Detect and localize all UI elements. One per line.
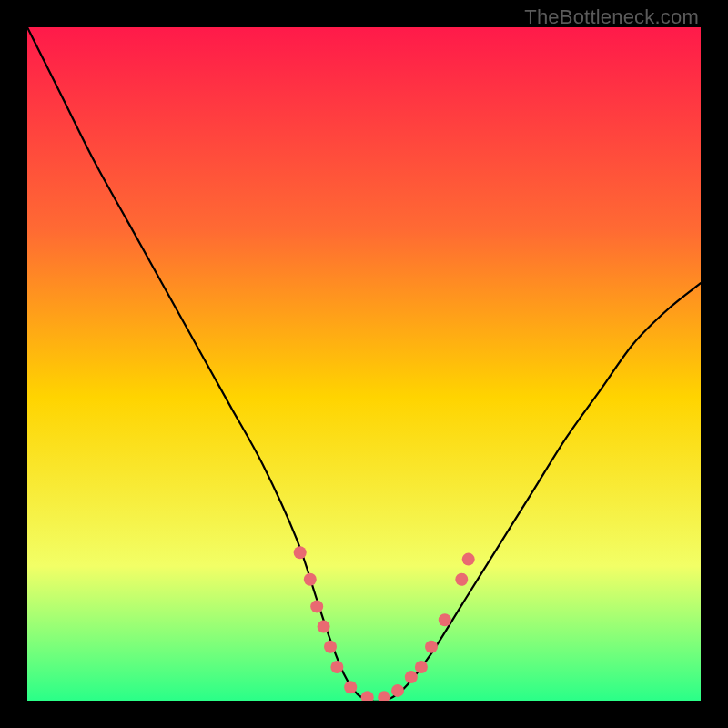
highlight-dot bbox=[318, 621, 330, 633]
highlight-dot bbox=[439, 613, 451, 626]
highlight-dot bbox=[304, 573, 317, 586]
highlight-dot bbox=[462, 553, 475, 566]
highlight-dot bbox=[330, 661, 343, 673]
chart-svg bbox=[27, 27, 701, 701]
highlight-dot bbox=[415, 661, 428, 673]
watermark-text: TheBottleneck.com bbox=[524, 5, 699, 29]
highlight-dot bbox=[344, 681, 357, 693]
highlight-dot bbox=[324, 641, 337, 653]
highlight-dot bbox=[391, 684, 404, 697]
highlight-dot bbox=[310, 600, 323, 612]
highlight-dot bbox=[405, 671, 418, 683]
chart-background bbox=[27, 27, 701, 701]
highlight-dot bbox=[294, 546, 307, 559]
highlight-dot bbox=[425, 641, 438, 653]
highlight-dot bbox=[455, 573, 468, 586]
chart-plot-area bbox=[27, 27, 701, 701]
